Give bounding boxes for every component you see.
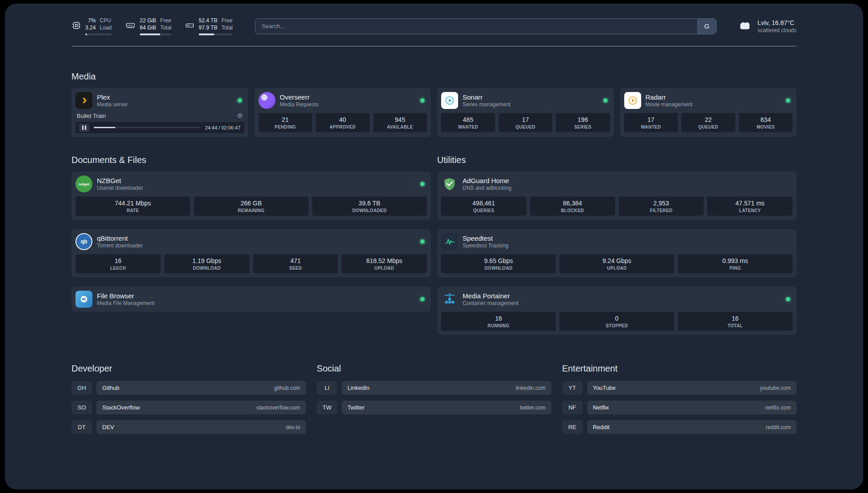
stat-ping: 0.993 ms PING (678, 254, 793, 273)
stat-running: 16 RUNNING (441, 312, 556, 331)
bookmark-abbr: GH (71, 381, 92, 395)
status-dot (603, 98, 608, 103)
now-playing-title: Bullet Train (77, 113, 106, 119)
weather-widget: Lviv, 16.87°C scattered clouds (737, 19, 797, 33)
entertainment-section-title: Entertainment (562, 363, 797, 374)
overseerr-icon (259, 92, 275, 109)
bookmark-group-developer: Developer GH Github github.com SO StackO… (71, 363, 306, 434)
cpu-widget: 7% 3.24 CPU Load (71, 17, 112, 35)
section-utilities: Utilities AdGuard Home (437, 155, 797, 335)
bookmark-reddit[interactable]: RE Reddit reddit.com (562, 420, 797, 434)
ram-total-label: Total (160, 24, 171, 31)
service-card-portainer[interactable]: Media Portainer Container management 16 … (437, 287, 797, 335)
bookmark-abbr: DT (71, 420, 92, 434)
status-dot (420, 239, 425, 244)
service-subtitle: DNS and adblocking (463, 185, 511, 191)
disk-total-label: Total (221, 24, 233, 31)
service-subtitle: Media File Management (97, 300, 154, 306)
disk-total-value: 97.9 TB (199, 24, 217, 31)
pause-button[interactable] (79, 124, 89, 132)
section-documents: Documents & Files nzbget NZBGet Usenet d… (71, 155, 431, 335)
topbar-divider (71, 46, 797, 46)
bookmark-pill: YouTube youtube.com (587, 381, 797, 395)
cloud-icon (737, 19, 753, 33)
stat-series: 196 SERIES (556, 113, 610, 132)
bookmark-pill: Github github.com (96, 381, 306, 395)
service-subtitle: Container management (463, 300, 518, 306)
portainer-icon (441, 291, 458, 308)
stat-remaining: 266 GB REMAINING (194, 196, 309, 216)
service-name: Speedtest (463, 234, 509, 242)
stat-blocked: 86,384 BLOCKED (530, 196, 615, 216)
stat-pending: 21 PENDING (259, 113, 313, 132)
speedtest-icon (441, 233, 458, 250)
service-card-nzbget[interactable]: nzbget NZBGet Usenet downloader 744.21 M… (71, 171, 431, 220)
cpu-load-value: 3.24 (85, 24, 96, 31)
service-card-radarr[interactable]: Radarr Movie management 17 WANTED 22 QUE… (620, 88, 797, 137)
bookmark-abbr: YT (562, 381, 583, 395)
radarr-icon (624, 92, 641, 109)
stat-available: 945 AVAILABLE (373, 113, 427, 132)
bookmark-pill: Reddit reddit.com (587, 420, 797, 434)
service-name: Media Portainer (463, 292, 518, 300)
service-subtitle: Media server (97, 101, 128, 108)
bookmark-abbr: NF (562, 401, 583, 414)
stat-latency: 47.571 ms LATENCY (707, 196, 793, 216)
service-subtitle: Torrent downloader (97, 242, 143, 249)
service-name: Sonarr (463, 93, 510, 101)
service-card-adguard[interactable]: AdGuard Home DNS and adblocking 498,461 … (437, 171, 797, 220)
service-card-plex[interactable]: Plex Media server Bullet Train ⚙ 24:44 /… (71, 88, 248, 137)
bookmark-linkedin[interactable]: LI LinkedIn linkedin.com (317, 381, 551, 395)
weather-condition: scattered clouds (758, 27, 797, 33)
media-section-title: Media (71, 71, 797, 82)
service-card-speedtest[interactable]: Speedtest Speedtest Tracking 9.65 Gbps D… (437, 229, 797, 277)
bookmark-twitter[interactable]: TW Twitter twitter.com (317, 401, 551, 414)
stat-leech: 16 LEECH (75, 254, 161, 273)
bookmark-abbr: SO (71, 401, 92, 414)
service-name: AdGuard Home (463, 177, 511, 184)
cpu-percent: 7% (85, 17, 96, 24)
stat-upload: 9.24 Gbps UPLOAD (559, 254, 674, 273)
qbittorrent-icon: qb (75, 233, 92, 250)
gear-icon[interactable]: ⚙ (237, 112, 243, 119)
stat-download: 1.19 Gbps DOWNLOAD (164, 254, 250, 273)
stat-queued: 22 QUEUED (681, 113, 735, 132)
stat-approved: 40 APPROVED (316, 113, 370, 132)
section-media: Media Plex Media server Bullet Train ⚙ (71, 71, 797, 137)
stat-movies: 834 MOVIES (739, 113, 793, 132)
ram-total-value: 64 GiB (140, 24, 156, 31)
status-dot (420, 98, 425, 103)
bookmark-youtube[interactable]: YT YouTube youtube.com (562, 381, 797, 395)
bookmark-pill: StackOverflow stackoverflow.com (96, 401, 306, 414)
service-card-overseerr[interactable]: Overseerr Media Requests 21 PENDING 40 A… (255, 88, 431, 137)
bookmark-abbr: TW (317, 401, 337, 414)
service-card-filebrowser[interactable]: File Browser Media File Management (71, 287, 431, 312)
bookmark-netflix[interactable]: NF Netflix netflix.com (562, 401, 797, 414)
ram-free-value: 22 GiB (140, 17, 156, 24)
developer-section-title: Developer (71, 363, 306, 374)
bookmark-stackoverflow[interactable]: SO StackOverflow stackoverflow.com (71, 401, 306, 414)
bookmark-dev[interactable]: DT DEV dev.to (71, 420, 306, 434)
bookmark-group-entertainment: Entertainment YT YouTube youtube.com NF … (562, 363, 797, 434)
ram-icon (125, 21, 136, 32)
service-name: File Browser (97, 292, 154, 300)
bookmark-pill: DEV dev.to (96, 420, 306, 434)
service-name: qBittorrent (97, 234, 143, 242)
service-card-qbittorrent[interactable]: qb qBittorrent Torrent downloader 16 LEE… (71, 229, 431, 277)
status-dot (420, 182, 425, 186)
stat-seed: 471 SEED (253, 254, 338, 273)
topbar: 7% 3.24 CPU Load (71, 17, 797, 35)
search-provider-button[interactable]: G (697, 19, 716, 34)
bookmark-group-social: Social LI LinkedIn linkedin.com TW Twitt… (317, 363, 551, 434)
playback-progress-bar[interactable] (94, 127, 200, 128)
bookmark-github[interactable]: GH Github github.com (71, 381, 306, 395)
weather-location: Lviv, 16.87°C (758, 19, 797, 26)
stat-queued: 17 QUEUED (499, 113, 553, 132)
service-card-sonarr[interactable]: Sonarr Series management 485 WANTED 17 Q… (437, 88, 614, 137)
search-input[interactable] (255, 19, 697, 34)
playback-time: 24:44 / 02:06:47 (205, 125, 241, 130)
stat-total: 16 TOTAL (678, 312, 793, 331)
disk-free-value: 52.4 TB (199, 17, 217, 24)
search-bar: G (255, 18, 716, 34)
disk-free-label: Free (221, 17, 233, 24)
